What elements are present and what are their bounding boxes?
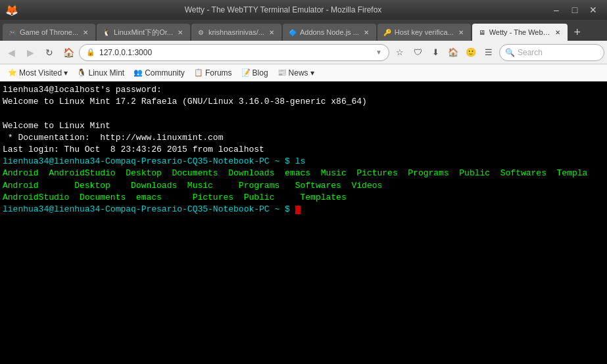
terminal-line-7: lienhua34@lienhua34-Compaq-Presario-CQ35… [3,156,604,168]
bookmark-label-6: News ▾ [289,68,314,78]
close-button[interactable]: ✕ [585,3,602,16]
bookmark-favicon-4: 📋 [194,68,203,77]
tab-hostkey[interactable]: 🔑 Host key verifica... ✕ [377,24,471,41]
bookmark-favicon-1: ⭐ [8,68,17,77]
tab-addons-nodejs[interactable]: 🔷 Addons Node.js ... ✕ [283,24,376,41]
titlebar-left: 🦊 [5,4,18,16]
tab-favicon-3: ⚙ [197,28,206,37]
bookmark-linux-mint[interactable]: 🐧 Linux Mint [73,67,128,79]
tab-wetty[interactable]: 🖥 Wetty - The WebTTY ... ✕ [472,24,568,41]
bookmark-news[interactable]: 📰 News ▾ [274,67,318,79]
terminal-line-1: lienhua34@localhost's password: [3,84,604,96]
nav-icons: ☆ 🛡 ⬇ 🏠 🙂 ☰ [391,44,497,61]
tab-label-3: krishnasrinivas/... [208,28,264,36]
bookmark-label-5: Blog [253,68,268,78]
bookmark-favicon-5: 📝 [241,68,251,77]
terminal-line-10: AndroidStudio Documents emacs Pictures P… [3,192,604,204]
bookmark-label-2: Linux Mint [88,68,124,78]
menu-button[interactable]: ☰ [480,44,497,61]
tab-favicon-2: 🐧 [102,28,111,37]
firefox-icon: 🦊 [5,4,18,16]
tab-favicon-4: 🔷 [288,28,297,37]
bookmark-label-1: Most Visited ▾ [19,68,68,78]
lock-icon: 🔒 [86,48,95,57]
emoji-button[interactable]: 🙂 [462,44,479,61]
bookmark-forums[interactable]: 📋 Forums [190,67,236,79]
tab-close-1[interactable]: ✕ [81,28,90,37]
tab-close-5[interactable]: ✕ [456,28,466,37]
tab-linuxmint[interactable]: 🐧 LinuxMint下的Or... ✕ [97,24,190,41]
tab-krishnasrinivas[interactable]: ⚙ krishnasrinivas/... ✕ [191,24,281,41]
terminal-prompt: lienhua34@lienhua34-Compaq-Presario-CQ35… [3,204,604,216]
bookmark-favicon-3: 👥 [134,68,143,77]
tab-close-2[interactable]: ✕ [176,28,185,37]
home-nav-button[interactable]: 🏠 [445,44,462,61]
download-button[interactable]: ⬇ [427,44,444,61]
terminal[interactable]: lienhua34@localhost's password: Welcome … [0,81,607,364]
terminal-line-2: Welcome to Linux Mint 17.2 Rafaela (GNU/… [3,96,604,108]
forward-button[interactable]: ▶ [22,44,39,61]
address-dropdown-arrow: ▼ [376,49,382,56]
terminal-line-5: * Documentation: http://www.linuxmint.co… [3,132,604,144]
tab-favicon-6: 🖥 [477,28,487,37]
search-placeholder: Search [518,48,543,57]
terminal-line-8: Android AndroidStudio Desktop Documents … [3,168,604,179]
bookmark-shield-button[interactable]: 🛡 [409,44,426,61]
search-bar[interactable]: 🔍 Search [499,44,604,61]
tab-game-of-throne[interactable]: 🎮 Game of Throne... ✕ [3,24,95,41]
new-tab-button[interactable]: + [569,24,586,41]
titlebar: 🦊 Wetty - The WebTTY Terminal Emulator -… [0,0,607,20]
tab-label-5: Host key verifica... [395,28,454,36]
back-button[interactable]: ◀ [3,44,20,61]
bookmark-label-3: Community [145,68,185,78]
tab-label-2: LinuxMint下的Or... [114,28,173,37]
navbar: ◀ ▶ ↻ 🏠 🔒 127.0.0.1:3000 ▼ ☆ 🛡 ⬇ 🏠 🙂 ☰ 🔍… [0,41,607,64]
address-bar[interactable]: 🔒 127.0.0.1:3000 ▼ [79,44,389,61]
bookmark-community[interactable]: 👥 Community [130,67,189,79]
terminal-line-4: Welcome to Linux Mint [3,120,604,132]
bookmark-label-4: Forums [205,68,232,78]
terminal-line-3 [3,108,604,120]
terminal-cursor [295,206,301,214]
bookmark-favicon-6: 📰 [278,68,287,77]
tab-close-3[interactable]: ✕ [267,28,276,37]
bookmark-blog[interactable]: 📝 Blog [237,67,272,79]
search-icon: 🔍 [505,48,515,57]
tab-close-4[interactable]: ✕ [362,28,371,37]
minimize-button[interactable]: – [548,3,565,16]
titlebar-title: Wetty - The WebTTY Terminal Emulator - M… [18,5,548,14]
titlebar-controls: – □ ✕ [548,3,602,16]
tab-label-4: Addons Node.js ... [300,28,359,36]
refresh-button[interactable]: ↻ [41,44,58,61]
tab-label-6: Wetty - The WebTTY ... [489,28,550,36]
bookmark-star-button[interactable]: ☆ [391,44,408,61]
home-button[interactable]: 🏠 [60,44,77,61]
tab-label-1: Game of Throne... [20,28,78,36]
maximize-button[interactable]: □ [566,3,583,16]
terminal-line-6: Last login: Thu Oct 8 23:43:26 2015 from… [3,144,604,156]
tabbar: 🎮 Game of Throne... ✕ 🐧 LinuxMint下的Or...… [0,20,607,41]
bookmarks-bar: ⭐ Most Visited ▾ 🐧 Linux Mint 👥 Communit… [0,64,607,81]
terminal-line-9: Android Desktop Downloads Music Programs… [3,180,604,192]
tab-favicon-1: 🎮 [8,28,17,37]
address-text: 127.0.0.1:3000 [99,48,372,57]
bookmark-most-visited[interactable]: ⭐ Most Visited ▾ [4,67,72,79]
tab-favicon-5: 🔑 [383,28,392,37]
tab-close-6[interactable]: ✕ [553,28,562,37]
bookmark-favicon-2: 🐧 [77,68,86,77]
